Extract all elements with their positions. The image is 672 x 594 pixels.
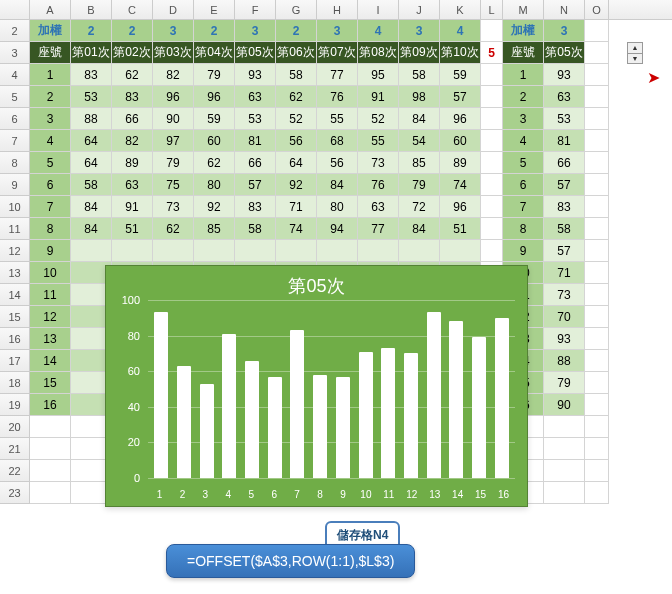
cell[interactable]: [30, 460, 71, 482]
cell[interactable]: [585, 328, 609, 350]
cell[interactable]: [585, 416, 609, 438]
weight-cell[interactable]: 3: [317, 20, 358, 42]
data-cell[interactable]: 83: [235, 196, 276, 218]
row-header[interactable]: 7: [0, 130, 30, 152]
col-label[interactable]: 第03次: [153, 42, 194, 64]
cell[interactable]: [585, 394, 609, 416]
seat-cell[interactable]: 5: [30, 152, 71, 174]
col-label[interactable]: 第04次: [194, 42, 235, 64]
seat-cell[interactable]: 15: [30, 372, 71, 394]
col-label[interactable]: 第01次: [71, 42, 112, 64]
row-header[interactable]: 10: [0, 196, 30, 218]
row-header[interactable]: 13: [0, 262, 30, 284]
data-cell[interactable]: 84: [71, 196, 112, 218]
data-cell[interactable]: 93: [235, 64, 276, 86]
col-header[interactable]: O: [585, 0, 609, 19]
col-header[interactable]: [0, 0, 30, 19]
seat-cell[interactable]: 8: [503, 218, 544, 240]
data-cell[interactable]: 57: [440, 86, 481, 108]
cell[interactable]: [544, 482, 585, 504]
cell[interactable]: [481, 64, 503, 86]
cell[interactable]: [481, 108, 503, 130]
col-label[interactable]: 第08次: [358, 42, 399, 64]
col-header[interactable]: J: [399, 0, 440, 19]
row-header[interactable]: 8: [0, 152, 30, 174]
data-cell[interactable]: 62: [194, 152, 235, 174]
weight-cell[interactable]: 2: [276, 20, 317, 42]
data-cell[interactable]: 73: [358, 152, 399, 174]
data-cell[interactable]: 81: [235, 130, 276, 152]
data-cell[interactable]: [399, 240, 440, 262]
weight-cell[interactable]: 3: [235, 20, 276, 42]
cell[interactable]: [585, 240, 609, 262]
data-cell[interactable]: 97: [153, 130, 194, 152]
data-cell[interactable]: 71: [276, 196, 317, 218]
data-cell[interactable]: 84: [399, 218, 440, 240]
weight-cell[interactable]: 2: [112, 20, 153, 42]
data-cell[interactable]: 58: [71, 174, 112, 196]
data-cell[interactable]: 53: [235, 108, 276, 130]
col-label[interactable]: 第06次: [276, 42, 317, 64]
data-cell[interactable]: 96: [440, 196, 481, 218]
col-header[interactable]: F: [235, 0, 276, 19]
data-cell[interactable]: [440, 240, 481, 262]
data-cell[interactable]: 58: [399, 64, 440, 86]
data-cell[interactable]: 74: [440, 174, 481, 196]
cell[interactable]: [481, 152, 503, 174]
seat-cell[interactable]: 1: [30, 64, 71, 86]
seat-cell[interactable]: 2: [503, 86, 544, 108]
row-header[interactable]: 11: [0, 218, 30, 240]
seat-cell[interactable]: 4: [503, 130, 544, 152]
col-label[interactable]: 第02次: [112, 42, 153, 64]
data-cell[interactable]: 57: [544, 174, 585, 196]
cell[interactable]: [585, 284, 609, 306]
seat-cell[interactable]: 13: [30, 328, 71, 350]
seat-cell[interactable]: 16: [30, 394, 71, 416]
data-cell[interactable]: 60: [440, 130, 481, 152]
data-cell[interactable]: 79: [153, 152, 194, 174]
data-cell[interactable]: 56: [317, 152, 358, 174]
cell[interactable]: [585, 86, 609, 108]
data-cell[interactable]: 90: [153, 108, 194, 130]
seat-cell[interactable]: 3: [30, 108, 71, 130]
weight-label[interactable]: 加權: [30, 20, 71, 42]
data-cell[interactable]: 62: [112, 64, 153, 86]
cell[interactable]: [481, 20, 503, 42]
data-cell[interactable]: 83: [112, 86, 153, 108]
data-cell[interactable]: 66: [112, 108, 153, 130]
data-cell[interactable]: 89: [440, 152, 481, 174]
data-cell[interactable]: 63: [358, 196, 399, 218]
seat-cell[interactable]: 14: [30, 350, 71, 372]
seat-cell[interactable]: 4: [30, 130, 71, 152]
row-header[interactable]: 4: [0, 64, 30, 86]
data-cell[interactable]: 51: [440, 218, 481, 240]
row-header[interactable]: 20: [0, 416, 30, 438]
weight-cell[interactable]: 2: [71, 20, 112, 42]
seat-cell[interactable]: 11: [30, 284, 71, 306]
row-header[interactable]: 3: [0, 42, 30, 64]
weight-label[interactable]: 加權: [503, 20, 544, 42]
col-header[interactable]: N: [544, 0, 585, 19]
data-cell[interactable]: 96: [194, 86, 235, 108]
data-cell[interactable]: 84: [399, 108, 440, 130]
col-header[interactable]: I: [358, 0, 399, 19]
data-cell[interactable]: 58: [544, 218, 585, 240]
col-label[interactable]: 第05次: [235, 42, 276, 64]
weight-cell[interactable]: 3: [544, 20, 585, 42]
cell[interactable]: [481, 218, 503, 240]
row-header[interactable]: 15: [0, 306, 30, 328]
col-label[interactable]: 第10次: [440, 42, 481, 64]
data-cell[interactable]: 57: [235, 174, 276, 196]
data-cell[interactable]: 89: [112, 152, 153, 174]
row-header[interactable]: 2: [0, 20, 30, 42]
seat-cell[interactable]: 2: [30, 86, 71, 108]
cell[interactable]: [481, 130, 503, 152]
data-cell[interactable]: 54: [399, 130, 440, 152]
data-cell[interactable]: 95: [358, 64, 399, 86]
data-cell[interactable]: 66: [235, 152, 276, 174]
seat-cell[interactable]: 7: [503, 196, 544, 218]
data-cell[interactable]: 58: [276, 64, 317, 86]
cell[interactable]: [585, 196, 609, 218]
seat-cell[interactable]: 7: [30, 196, 71, 218]
data-cell[interactable]: 59: [440, 64, 481, 86]
